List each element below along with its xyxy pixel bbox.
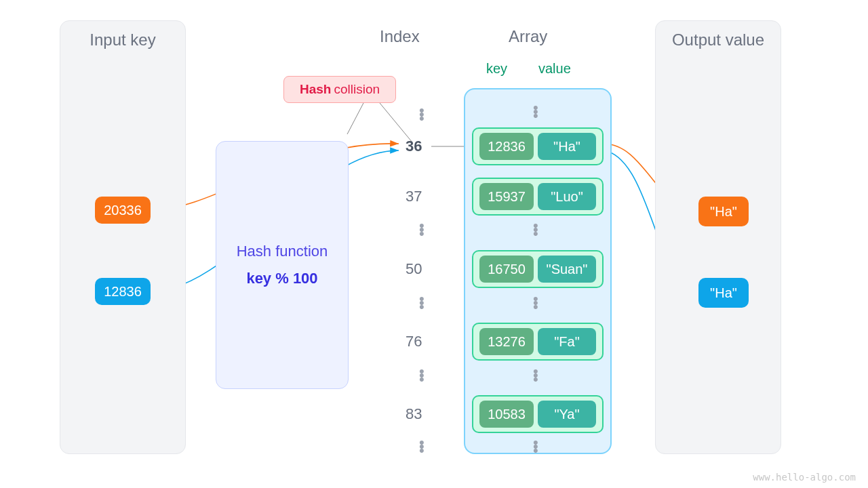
bucket-key: 10583 [479,401,534,428]
output-value-1: "Ha" [698,197,749,226]
ellipsis-icon: ••• [419,369,425,382]
collision-rest: collision [334,82,380,97]
collision-bold: Hash [300,82,331,97]
ellipsis-icon: ••• [533,369,538,382]
output-panel-title: Output value [656,21,781,49]
bucket-50: 16750 "Suan" [472,250,604,288]
hash-function-title: Hash function [237,243,328,260]
hash-collision-label: Hash collision [283,76,396,103]
output-panel: Output value [655,20,781,454]
bucket-key: 13276 [479,328,534,355]
array-column-title: Array [509,27,547,46]
input-key-20336: 20336 [95,197,151,224]
index-column-title: Index [380,27,420,46]
bucket-37: 15937 "Luo" [472,178,604,216]
value-label: value [538,61,571,77]
index-83: 83 [406,405,422,423]
bucket-key: 15937 [479,183,534,210]
hash-function-expr: key % 100 [246,270,317,287]
ellipsis-icon: ••• [419,224,425,236]
index-36: 36 [406,138,422,155]
ellipsis-icon: ••• [419,297,425,309]
watermark: www.hello-algo.com [753,472,856,483]
hash-function-box: Hash function key % 100 [216,141,349,389]
index-37: 37 [406,188,422,205]
ellipsis-icon: ••• [533,297,538,309]
input-key-12836: 12836 [95,278,151,305]
key-label: key [486,61,507,77]
bucket-key: 16750 [479,256,534,283]
bucket-val: "Suan" [538,256,596,283]
bucket-val: "Fa" [538,328,596,355]
ellipsis-icon: ••• [533,106,538,118]
ellipsis-icon: ••• [419,108,425,121]
bucket-83: 10583 "Ya" [472,395,604,433]
input-panel: Input key [60,20,186,454]
ellipsis-icon: ••• [533,441,538,453]
output-value-2: "Ha" [698,278,749,308]
bucket-key: 12836 [479,133,534,160]
bucket-val: "Ya" [538,401,596,428]
bucket-76: 13276 "Fa" [472,323,604,361]
ellipsis-icon: ••• [533,224,538,236]
bucket-val: "Ha" [538,133,596,160]
bucket-36: 12836 "Ha" [472,127,604,165]
bucket-val: "Luo" [538,183,596,210]
ellipsis-icon: ••• [419,441,425,453]
index-50: 50 [406,260,422,278]
input-panel-title: Input key [60,21,185,49]
index-76: 76 [406,333,422,350]
